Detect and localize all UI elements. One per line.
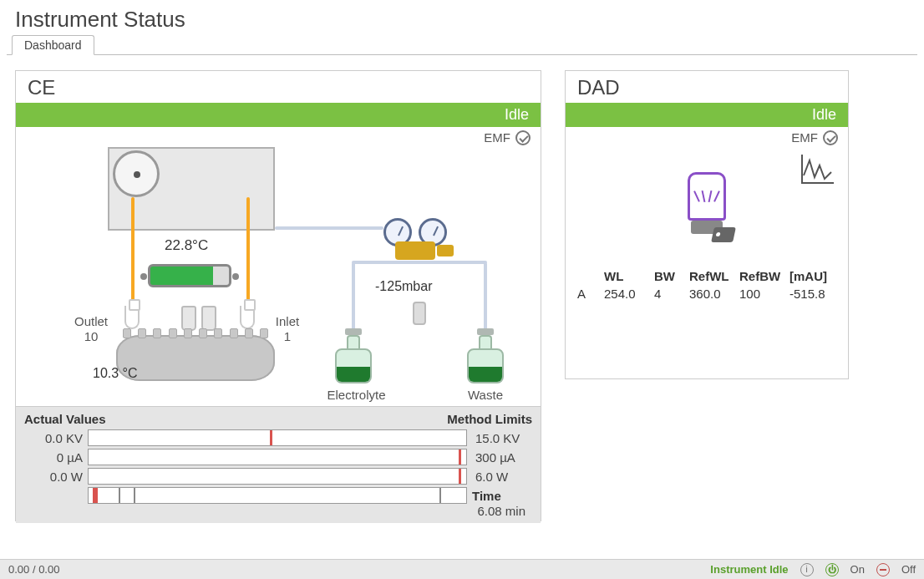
detector-temperature: 22.8°C — [165, 237, 208, 254]
roller-icon — [113, 150, 160, 197]
outlet-vial-icon — [124, 306, 140, 329]
tag-icon — [711, 227, 736, 242]
dad-status-bar: Idle — [566, 103, 848, 127]
dad-emf-row: EMF — [566, 127, 848, 147]
power-on-icon[interactable]: ⏻ — [825, 563, 839, 576]
tray-temperature: 10.3 °C — [93, 366, 138, 381]
capillary-left-icon — [131, 197, 135, 306]
panel-dad: DAD Idle EMF WL B — [565, 70, 849, 379]
tray-vials-icon — [181, 306, 216, 331]
off-label: Off — [901, 563, 916, 576]
tab-dashboard[interactable]: Dashboard — [12, 35, 94, 55]
ce-emf-label: EMF — [484, 130, 510, 145]
capillary-right-icon — [246, 197, 250, 306]
page-title: Instrument Status — [0, 0, 924, 34]
actual-values-header: Actual Values — [24, 412, 106, 426]
outlet-label: Outlet10 — [66, 314, 116, 344]
info-icon[interactable]: i — [800, 563, 814, 576]
tube-icon — [352, 261, 487, 264]
dad-signal-table: WL BW RefWL RefBW [mAU] A 254.0 4 360.0 … — [577, 269, 836, 301]
tabs: Dashboard — [7, 34, 917, 55]
inlet-label: Inlet1 — [267, 314, 308, 344]
dad-emf-label: EMF — [791, 130, 818, 145]
panel-ce: CE Idle EMF 22.8°C Outlet10 I — [15, 70, 541, 521]
ce-diagram: 22.8°C Outlet10 Inlet1 10.3 °C — [16, 147, 541, 406]
sample-tray-icon — [116, 335, 275, 381]
cartridge-icon — [148, 264, 231, 287]
lamp-icon — [678, 172, 736, 247]
check-icon — [515, 130, 531, 145]
ce-row-power: 0.0 W 6.0 W — [23, 468, 534, 485]
buffer-vial-icon — [413, 302, 426, 325]
power-off-icon[interactable] — [876, 563, 890, 576]
signal-plot-icon[interactable] — [800, 152, 836, 185]
instrument-state: Instrument Idle — [710, 563, 788, 576]
ce-status-bar: Idle — [16, 103, 541, 127]
check-icon — [823, 130, 838, 145]
ce-emf-row: EMF — [16, 127, 541, 147]
ce-time-value: 6.08 min — [23, 504, 534, 518]
waste-bottle-icon — [467, 335, 504, 383]
status-bar: 0.00 / 0.00 Instrument Idle i ⏻ On Off — [0, 559, 924, 579]
inlet-vial-icon — [240, 306, 255, 329]
method-limits-header: Method Limits — [447, 412, 532, 426]
electrolyte-label: Electrolyte — [325, 388, 388, 403]
electrolyte-bottle-icon — [335, 335, 372, 383]
dad-title: DAD — [566, 71, 848, 103]
run-progress: 0.00 / 0.00 — [8, 563, 59, 576]
ce-row-time: Time — [23, 487, 534, 504]
ce-row-voltage: 0.0 KV 15.0 KV — [23, 429, 534, 446]
on-label: On — [850, 563, 865, 576]
panels: CE Idle EMF 22.8°C Outlet10 I — [0, 55, 924, 536]
ce-values-grid: Actual Values Method Limits 0.0 KV 15.0 … — [16, 406, 541, 523]
tube-icon — [275, 226, 383, 230]
waste-label: Waste — [460, 388, 510, 403]
ce-row-current: 0 µA 300 µA — [23, 449, 534, 465]
pressure-value: -125mbar — [375, 279, 432, 294]
dad-signal-row: A 254.0 4 360.0 100 -515.8 — [577, 287, 836, 301]
ce-title: CE — [16, 71, 541, 103]
